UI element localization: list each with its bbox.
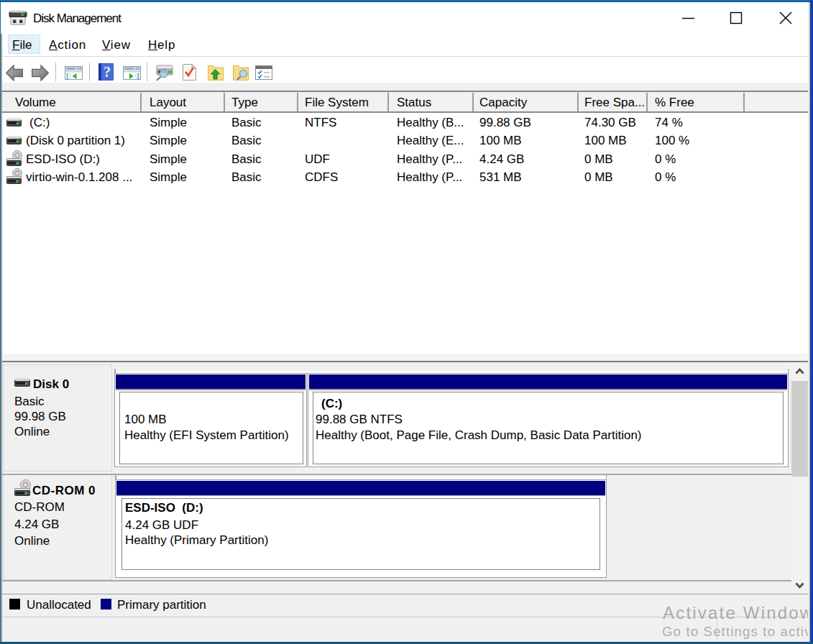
svg-text:?: ? (104, 64, 111, 80)
